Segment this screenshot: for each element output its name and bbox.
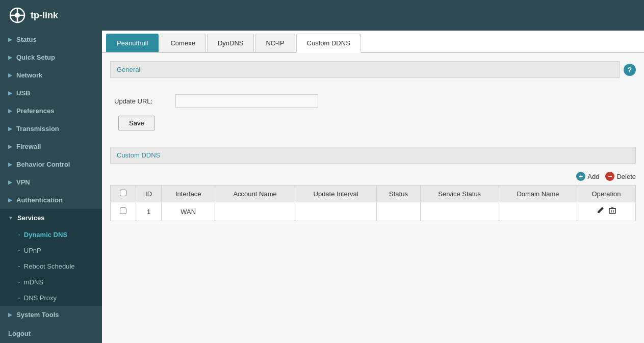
add-button[interactable]: + Add [576,172,599,181]
bullet-icon: • [18,280,20,284]
trash-icon[interactable] [608,206,616,217]
edit-icon[interactable] [596,206,604,217]
td-interface: WAN [162,202,215,221]
td-update-interval [295,202,377,221]
sidebar-item-quick-setup[interactable]: ▶ Quick Setup [0,48,102,66]
update-url-row: Update URL: [110,94,636,108]
sidebar-item-label: Network [16,71,42,79]
td-id: 1 [136,202,162,221]
tab-comexe[interactable]: Comexe [160,34,205,52]
delete-button[interactable]: − Delete [605,172,636,181]
sidebar-sub-item-label: Reboot Schedule [24,262,75,270]
th-update-interval: Update Interval [295,186,377,202]
arrow-icon: ▶ [8,37,12,42]
sidebar-sub-item-label: DNS Proxy [24,294,57,302]
update-url-input[interactable] [175,94,318,108]
arrow-icon: ▶ [8,179,12,185]
row-checkbox[interactable] [120,207,126,214]
th-domain-name: Domain Name [499,186,577,202]
bullet-icon: • [18,264,20,269]
sidebar-sub-item-label: mDNS [24,278,43,286]
sidebar-item-system-tools[interactable]: ▶ System Tools [0,306,102,324]
sidebar-sub-item-upnp[interactable]: • UPnP [0,243,102,258]
sidebar-sub-item-reboot-schedule[interactable]: • Reboot Schedule [0,258,102,274]
sidebar-sub-item-dns-proxy[interactable]: • DNS Proxy [0,290,102,306]
sidebar-sub-item-dynamic-dns[interactable]: • Dynamic DNS [0,227,102,243]
sidebar-item-status[interactable]: ▶ Status [0,31,102,48]
arrow-icon: ▶ [8,108,12,114]
general-section-title: General [117,66,140,73]
bullet-icon: • [18,232,20,237]
custom-ddns-table: ID Interface Account Name Update Interva… [110,185,636,221]
sidebar-item-network[interactable]: ▶ Network [0,66,102,84]
sidebar-item-authentication[interactable]: ▶ Authentication [0,191,102,209]
td-domain-name [499,202,577,221]
arrow-icon: ▶ [8,72,12,78]
tab-label: Peanuthull [117,39,148,47]
td-operation [577,202,636,221]
svg-rect-6 [609,208,615,214]
th-operation: Operation [577,186,636,202]
table-header-row: ID Interface Account Name Update Interva… [111,186,636,202]
td-status [377,202,420,221]
arrow-icon: ▶ [8,144,12,149]
logo-text: tp-link [31,10,58,21]
main-layout: ▶ Status ▶ Quick Setup ▶ Network ▶ USB ▶… [0,31,644,343]
sidebar-sub-item-mdns[interactable]: • mDNS [0,274,102,290]
header: tp-link [0,0,644,31]
save-button[interactable]: Save [118,116,155,130]
th-checkbox [111,186,136,202]
sidebar-item-label: Behavior Control [16,161,70,168]
tab-no-ip[interactable]: NO-IP [255,34,295,52]
sidebar-item-label: USB [16,89,30,97]
bullet-icon: • [18,296,20,300]
tab-dyndns[interactable]: DynDNS [207,34,254,52]
sidebar-item-usb[interactable]: ▶ USB [0,84,102,102]
sidebar-item-behavior-control[interactable]: ▶ Behavior Control [0,155,102,173]
bullet-icon: • [18,248,20,253]
sidebar-item-label: Services [17,214,45,222]
tab-custom-ddns[interactable]: Custom DDNS [296,34,361,53]
custom-ddns-section-header: Custom DDNS [110,147,636,164]
tabs-bar: Peanuthull Comexe DynDNS NO-IP Custom DD… [102,31,644,53]
tab-label: Comexe [170,39,195,47]
th-service-status: Service Status [420,186,499,202]
arrow-icon: ▶ [8,55,12,60]
sidebar-item-preferences[interactable]: ▶ Preferences [0,102,102,120]
general-section-header-row: General ? [110,61,636,78]
sidebar-item-label: Status [16,36,37,43]
sidebar-item-label: Firewall [16,143,41,150]
tab-peanuthull[interactable]: Peanuthull [106,34,159,52]
arrow-icon: ▶ [8,197,12,203]
arrow-down-icon: ▼ [8,215,13,221]
svg-point-1 [15,13,20,18]
arrow-icon: ▶ [8,162,12,167]
sidebar-sub-services: • Dynamic DNS • UPnP • Reboot Schedule •… [0,227,102,306]
sidebar-item-vpn[interactable]: ▶ VPN [0,173,102,191]
th-interface: Interface [162,186,215,202]
sidebar-item-label: System Tools [16,311,59,319]
tab-label: DynDNS [218,39,244,47]
th-id: ID [136,186,162,202]
sidebar-sub-item-label: Dynamic DNS [24,231,67,239]
sidebar-item-label: Authentication [16,196,63,204]
arrow-icon: ▶ [8,90,12,96]
sidebar-sub-item-label: UPnP [24,247,41,254]
td-checkbox [111,202,136,221]
save-button-container: Save [110,116,636,139]
tplink-logo-icon [8,6,27,24]
arrow-icon: ▶ [8,126,12,131]
custom-ddns-section-title: Custom DDNS [117,151,160,159]
logo-area: tp-link [8,6,58,24]
select-all-checkbox[interactable] [120,190,126,196]
td-account-name [215,202,295,221]
help-icon[interactable]: ? [624,64,636,76]
arrow-icon: ▶ [8,312,12,318]
sidebar-item-firewall[interactable]: ▶ Firewall [0,138,102,155]
sidebar-item-transmission[interactable]: ▶ Transmission [0,120,102,138]
th-status: Status [377,186,420,202]
sidebar-item-label: Transmission [16,125,59,133]
sidebar: ▶ Status ▶ Quick Setup ▶ Network ▶ USB ▶… [0,31,102,343]
sidebar-item-services[interactable]: ▼ Services [0,209,102,227]
logout-button[interactable]: Logout [0,324,102,343]
